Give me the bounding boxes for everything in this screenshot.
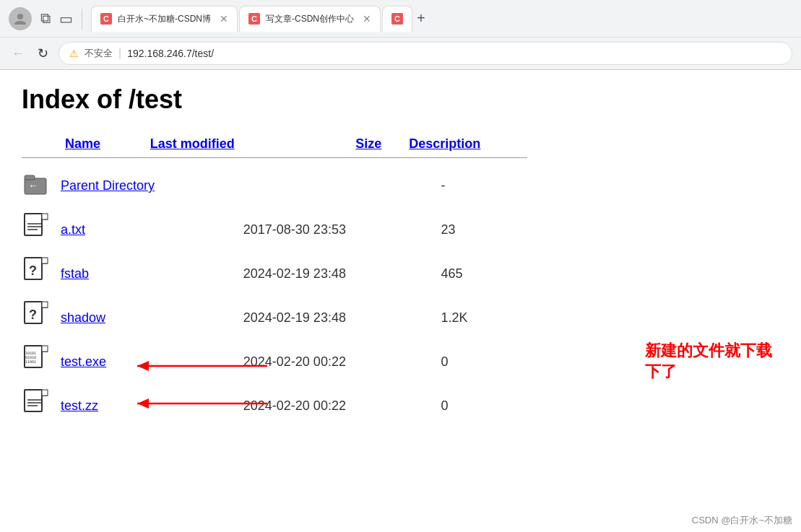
svg-rect-26 [42,390,48,396]
file-icon-cell: ? [22,296,61,340]
unknown-file-icon-2: ? [22,300,49,332]
table-header-row: Name Last modified Size Description [22,132,527,157]
tab-1[interactable]: C 白开水~不加糖-CSDN博 ✕ [91,6,238,32]
parent-dir-name[interactable]: Parent Directory [61,164,243,208]
tab-1-title: 白开水~不加糖-CSDN博 [118,13,211,25]
copy-icon[interactable]: ⧉ [40,10,51,27]
shadow-link[interactable]: shadow [61,310,105,325]
atxt-link[interactable]: a.txt [61,222,85,237]
security-label: 不安全 [85,47,113,60]
testzz-name[interactable]: test.zz [61,384,243,428]
testzz-desc [507,384,527,428]
window-icon[interactable]: ▭ [59,10,73,27]
col-last-modified[interactable]: Last modified [150,132,355,157]
atxt-desc [507,208,527,252]
header-rule [22,157,527,158]
tab-2-title: 写文章-CSDN创作中心 [266,13,354,25]
fstab-name[interactable]: fstab [61,252,243,296]
atxt-modified: 2017-08-30 23:53 [243,208,441,252]
directory-table: Name Last modified Size Description [22,132,527,157]
annotation-text: 新建的文件就下载下了 [645,341,772,382]
table-row: a.txt 2017-08-30 23:53 23 [22,208,527,252]
page-title: Index of /test [22,84,779,115]
fstab-modified: 2024-02-19 23:48 [243,252,441,296]
fstab-desc [507,252,527,296]
parent-dir-icon: ← [22,168,49,200]
shadow-modified: 2024-02-19 23:48 [243,296,441,340]
tab-bar: C 白开水~不加糖-CSDN博 ✕ C 写文章-CSDN创作中心 ✕ C + [91,6,792,32]
shadow-desc [507,296,527,340]
testzz-link[interactable]: test.zz [61,398,98,413]
profile-icon[interactable] [9,7,32,30]
divider [82,9,82,29]
address-url[interactable]: 192.168.246.7/test/ [127,48,214,59]
svg-rect-4 [25,214,42,235]
svg-text:?: ? [29,308,37,322]
table-row: ? fstab 2024-02-19 23:48 465 [22,252,527,296]
browser-top-bar: ⧉ ▭ C 白开水~不加糖-CSDN博 ✕ C 写文章-CSDN创作中心 ✕ C… [0,0,801,38]
file-icon-cell [22,208,61,252]
col-size[interactable]: Size [355,132,409,157]
svg-rect-20 [42,346,48,352]
parent-dir-size: - [441,164,508,208]
parent-dir-desc [507,164,527,208]
address-bar[interactable]: ⚠ 不安全 | 192.168.246.7/test/ [59,42,792,65]
parent-dir-link[interactable]: Parent Directory [61,178,155,193]
svg-text:←: ← [28,180,38,191]
file-icon-cell [22,384,61,428]
page-content: Index of /test Name Last modified Size D… [0,70,801,532]
file-icon-cell: 10101 01010 11001 [22,340,61,384]
table-row: ← Parent Directory - [22,164,527,208]
exe-file-icon: 10101 01010 11001 [22,344,49,376]
csdn-watermark: CSDN @白开水~不加糖 [692,514,792,527]
file-icon-cell: ← [22,164,61,208]
col-description[interactable]: Description [409,132,527,157]
svg-rect-6 [42,214,48,219]
annotation-label: 新建的文件就下载下了 [645,341,772,380]
svg-rect-16 [42,302,48,308]
tab-2-close[interactable]: ✕ [363,13,371,25]
address-bar-row: ← ↻ ⚠ 不安全 | 192.168.246.7/test/ [0,38,801,69]
testexe-name[interactable]: test.exe [61,340,243,384]
security-warning-icon: ⚠ [69,48,79,59]
svg-rect-12 [42,258,48,263]
atxt-name[interactable]: a.txt [61,208,243,252]
svg-text:11001: 11001 [25,359,36,364]
svg-point-0 [17,14,23,19]
browser-chrome: ⧉ ▭ C 白开水~不加糖-CSDN博 ✕ C 写文章-CSDN创作中心 ✕ C… [0,0,801,70]
tab-3-favicon: C [391,13,403,25]
zz-file-icon [22,388,49,420]
shadow-size: 1.2K [441,296,508,340]
svg-text:?: ? [29,263,37,278]
back-button[interactable]: ← [9,43,27,64]
table-row: ? shadow 2024-02-19 23:48 1.2K [22,296,527,340]
new-tab-button[interactable]: + [414,7,428,30]
testexe-modified: 2024-02-20 00:22 [243,340,441,384]
tab-2[interactable]: C 写文章-CSDN创作中心 ✕ [239,6,381,32]
file-icon-cell: ? [22,252,61,296]
svg-rect-24 [25,390,42,411]
tab-1-favicon: C [100,13,112,25]
reload-button[interactable]: ↻ [35,43,51,64]
atxt-size: 23 [441,208,508,252]
tab-1-close[interactable]: ✕ [220,13,228,25]
parent-dir-modified [243,164,441,208]
unknown-file-icon: ? [22,256,49,288]
shadow-name[interactable]: shadow [61,296,243,340]
directory-table-body: ← Parent Directory - [22,164,527,428]
fstab-size: 465 [441,252,508,296]
testzz-modified: 2024-02-20 00:22 [243,384,441,428]
address-separator: | [118,47,121,60]
col-name[interactable]: Name [22,132,150,157]
tab-2-favicon: C [248,13,260,25]
testexe-desc [507,340,527,384]
testexe-link[interactable]: test.exe [61,354,106,369]
testzz-size: 0 [441,384,508,428]
fstab-link[interactable]: fstab [61,266,89,281]
tab-3[interactable]: C [382,6,412,32]
testexe-size: 0 [441,340,508,384]
table-row: 10101 01010 11001 test.exe 2024-02-20 00… [22,340,527,384]
table-row: test.zz 2024-02-20 00:22 0 [22,384,527,428]
txt-file-icon [22,212,49,244]
